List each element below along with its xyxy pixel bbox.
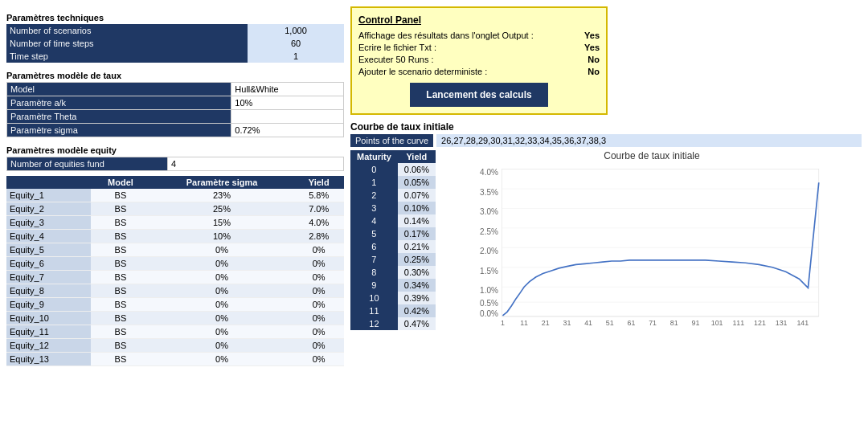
equity-fund-row: Number of equities fund 4 (7, 157, 344, 171)
equity-row: Equity_6 BS 0% 0% (6, 257, 344, 271)
tech-param-value: 1 (248, 50, 344, 63)
maturity-value: 9 (350, 279, 398, 292)
tech-title: Paramètres techniques (6, 13, 344, 22)
control-row-value: No (588, 55, 600, 64)
maturity-row: 9 0.34% (350, 279, 436, 292)
rate-param-row: Paramètre Theta (7, 110, 344, 124)
svg-text:41: 41 (584, 319, 592, 325)
equity-yield: 0% (293, 353, 344, 366)
equity-model: BS (91, 339, 150, 353)
svg-text:81: 81 (670, 319, 678, 325)
maturity-row: 8 0.30% (350, 266, 436, 279)
rate-param-label: Model (7, 83, 231, 96)
svg-text:21: 21 (542, 319, 550, 325)
svg-rect-24 (502, 169, 818, 316)
maturity-row: 7 0.25% (350, 253, 436, 266)
equity-model: BS (91, 271, 150, 284)
control-row: Ajouter le scenario deterministe :No (358, 67, 600, 76)
svg-text:51: 51 (606, 319, 614, 325)
maturity-value: 8 (350, 266, 398, 279)
control-rows: Affichage des résultats dans l'onglet Ou… (358, 31, 600, 76)
equity-name: Equity_6 (6, 257, 91, 271)
equity-col-header (6, 176, 91, 189)
control-row: Ecrire le fichier Txt :Yes (358, 43, 600, 52)
tech-params-table: Number of scenarios1,000Number of time s… (6, 24, 344, 63)
equity-sigma: 0% (150, 312, 294, 325)
svg-text:101: 101 (711, 319, 723, 325)
equity-header: ModelParamètre sigmaYield (6, 176, 344, 189)
yield-value: 0.05% (398, 176, 436, 189)
equity-sigma: 0% (150, 298, 294, 312)
equity-sigma: 0% (150, 339, 294, 353)
svg-text:3.5%: 3.5% (480, 188, 498, 197)
equity-yield: 0% (293, 298, 344, 312)
svg-text:0.5%: 0.5% (480, 299, 498, 308)
rate-param-row: Paramètre sigma0.72% (7, 124, 344, 137)
rate-param-value (231, 110, 344, 124)
equity-name: Equity_7 (6, 271, 91, 284)
tech-param-label: Number of scenarios (6, 24, 248, 37)
equity-model: BS (91, 243, 150, 257)
tech-param-row: Number of scenarios1,000 (6, 24, 344, 37)
tech-param-value: 60 (248, 37, 344, 50)
svg-text:2.5%: 2.5% (480, 227, 498, 236)
equity-name: Equity_8 (6, 284, 91, 298)
right-panel: Control Panel Affichage des résultats da… (350, 6, 862, 435)
equity-yield: 2.8% (293, 230, 344, 243)
equity-yield: 0% (293, 271, 344, 284)
equity-sigma: 0% (150, 243, 294, 257)
tech-param-value: 1,000 (248, 24, 344, 37)
maturity-value: 4 (350, 214, 398, 227)
rate-param-label: Paramètre a/k (7, 96, 231, 110)
equity-name: Equity_13 (6, 353, 91, 366)
equity-title: Paramètres modèle equity (6, 145, 344, 155)
maturity-value: 5 (350, 227, 398, 240)
tech-param-row: Time step1 (6, 50, 344, 63)
svg-text:3.0%: 3.0% (480, 207, 498, 216)
tech-param-label: Number of time steps (6, 37, 248, 50)
equity-fund-table: Number of equities fund 4 (6, 157, 344, 171)
equity-name: Equity_2 (6, 202, 91, 216)
equity-row: Equity_12 BS 0% 0% (6, 339, 344, 353)
maturity-value: 10 (350, 292, 398, 304)
maturity-row: 1 0.05% (350, 176, 436, 189)
control-panel-title: Control Panel (358, 14, 600, 26)
equity-name: Equity_5 (6, 243, 91, 257)
yield-value: 0.14% (398, 214, 436, 227)
courbe-section: Courbe de taux initiale Points of the cu… (350, 121, 862, 147)
equity-name: Equity_9 (6, 298, 91, 312)
control-row-value: Yes (584, 43, 600, 52)
yield-value: 0.21% (398, 240, 436, 253)
control-row-label: Affichage des résultats dans l'onglet Ou… (358, 31, 534, 40)
chart-title: Courbe de taux initiale (442, 150, 862, 161)
control-panel: Control Panel Affichage des résultats da… (350, 6, 608, 115)
svg-text:131: 131 (776, 319, 788, 325)
equity-yield: 0% (293, 339, 344, 353)
rate-param-value: Hull&White (231, 83, 344, 96)
equity-model: BS (91, 230, 150, 243)
equity-fund-label: Number of equities fund (7, 157, 168, 171)
equity-model: BS (91, 325, 150, 339)
equity-yield: 0% (293, 312, 344, 325)
svg-text:141: 141 (796, 319, 809, 325)
equity-sigma: 10% (150, 230, 294, 243)
control-row: Affichage des résultats dans l'onglet Ou… (358, 31, 600, 40)
rate-params-table: ModelHull&WhiteParamètre a/k10%Paramètre… (6, 82, 344, 137)
rate-title: Paramètres modèle de taux (6, 71, 344, 80)
equity-col-header: Model (91, 176, 150, 189)
launch-button[interactable]: Lancement des calculs (410, 83, 547, 107)
svg-text:4.0%: 4.0% (480, 168, 498, 177)
control-row-label: Ecrire le fichier Txt : (358, 43, 436, 52)
svg-text:1.5%: 1.5% (480, 267, 498, 276)
yield-value: 0.34% (398, 279, 436, 292)
maturity-header: Maturity Yield (350, 150, 436, 163)
rate-param-row: ModelHull&White (7, 83, 344, 96)
equity-yield: 0% (293, 243, 344, 257)
equity-name: Equity_3 (6, 216, 91, 230)
yield-value: 0.30% (398, 266, 436, 279)
equity-yield: 7.0% (293, 202, 344, 216)
equity-sigma: 25% (150, 202, 294, 216)
points-value: 26,27,28,29,30,31,32,33,34,35,36,37,38,3 (436, 134, 862, 147)
maturity-row: 0 0.06% (350, 163, 436, 176)
yield-value: 0.25% (398, 253, 436, 266)
